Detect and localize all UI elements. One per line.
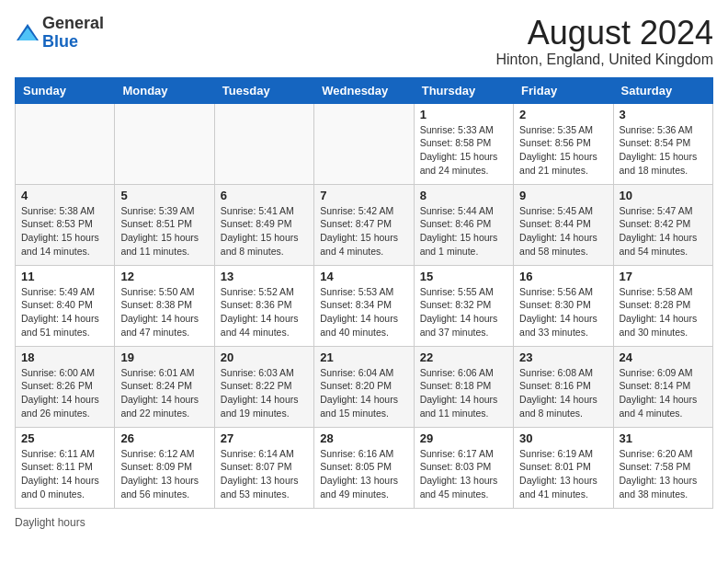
day-info: Sunrise: 6:19 AMSunset: 8:01 PMDaylight:…	[519, 447, 607, 501]
day-number: 8	[420, 189, 507, 202]
day-info: Sunrise: 5:47 AMSunset: 8:42 PMDaylight:…	[620, 204, 707, 259]
day-info: Sunrise: 5:56 AMSunset: 8:30 PMDaylight:…	[519, 285, 607, 339]
calendar-cell	[115, 103, 214, 184]
day-info: Sunrise: 5:55 AMSunset: 8:32 PMDaylight:…	[420, 285, 507, 339]
day-info: Sunrise: 6:17 AMSunset: 8:03 PMDaylight:…	[420, 447, 507, 501]
day-info: Sunrise: 5:38 AMSunset: 8:53 PMDaylight:…	[21, 204, 108, 259]
calendar-cell: 30Sunrise: 6:19 AMSunset: 8:01 PMDayligh…	[514, 427, 613, 508]
header-friday: Friday	[514, 77, 613, 103]
calendar-cell: 14Sunrise: 5:53 AMSunset: 8:34 PMDayligh…	[314, 265, 414, 346]
day-info: Sunrise: 6:00 AMSunset: 8:26 PMDaylight:…	[21, 366, 108, 420]
calendar-cell: 6Sunrise: 5:41 AMSunset: 8:49 PMDaylight…	[214, 184, 313, 265]
calendar-cell	[16, 103, 115, 184]
day-number: 30	[519, 431, 607, 445]
calendar-cell: 28Sunrise: 6:16 AMSunset: 8:05 PMDayligh…	[314, 427, 414, 508]
day-number: 13	[221, 270, 308, 283]
calendar-cell: 4Sunrise: 5:38 AMSunset: 8:53 PMDaylight…	[16, 184, 115, 265]
day-number: 31	[620, 431, 707, 445]
footer: Daylight hours	[15, 516, 713, 529]
day-number: 25	[21, 431, 108, 445]
day-info: Sunrise: 5:41 AMSunset: 8:49 PMDaylight:…	[221, 204, 308, 259]
calendar-cell: 24Sunrise: 6:09 AMSunset: 8:14 PMDayligh…	[613, 346, 712, 427]
calendar-cell: 15Sunrise: 5:55 AMSunset: 8:32 PMDayligh…	[414, 265, 513, 346]
day-number: 19	[120, 350, 208, 364]
day-number: 22	[420, 350, 507, 364]
calendar-cell: 7Sunrise: 5:42 AMSunset: 8:47 PMDaylight…	[314, 184, 414, 265]
day-number: 4	[21, 189, 108, 202]
day-info: Sunrise: 5:58 AMSunset: 8:28 PMDaylight:…	[620, 285, 707, 339]
day-info: Sunrise: 5:35 AMSunset: 8:56 PMDaylight:…	[519, 123, 607, 178]
day-info: Sunrise: 6:08 AMSunset: 8:16 PMDaylight:…	[519, 366, 607, 420]
calendar-cell: 26Sunrise: 6:12 AMSunset: 8:09 PMDayligh…	[115, 427, 214, 508]
day-info: Sunrise: 6:16 AMSunset: 8:05 PMDaylight:…	[320, 447, 407, 501]
main-title: August 2024	[495, 15, 713, 52]
day-number: 21	[320, 350, 407, 364]
calendar-cell: 8Sunrise: 5:44 AMSunset: 8:46 PMDaylight…	[414, 184, 513, 265]
day-number: 5	[120, 189, 208, 202]
calendar-cell: 1Sunrise: 5:33 AMSunset: 8:58 PMDaylight…	[414, 103, 513, 184]
calendar-week-row: 1Sunrise: 5:33 AMSunset: 8:58 PMDaylight…	[16, 103, 713, 184]
day-info: Sunrise: 5:50 AMSunset: 8:38 PMDaylight:…	[120, 285, 208, 339]
calendar-cell: 18Sunrise: 6:00 AMSunset: 8:26 PMDayligh…	[16, 346, 115, 427]
calendar-cell: 27Sunrise: 6:14 AMSunset: 8:07 PMDayligh…	[214, 427, 313, 508]
day-number: 14	[320, 270, 407, 283]
day-number: 12	[120, 270, 208, 283]
logo-icon	[15, 20, 40, 46]
calendar-cell: 17Sunrise: 5:58 AMSunset: 8:28 PMDayligh…	[613, 265, 712, 346]
day-number: 29	[420, 431, 507, 445]
day-number: 17	[620, 270, 707, 283]
calendar-cell: 13Sunrise: 5:52 AMSunset: 8:36 PMDayligh…	[214, 265, 313, 346]
day-info: Sunrise: 6:14 AMSunset: 8:07 PMDaylight:…	[221, 447, 308, 501]
day-number: 23	[519, 350, 607, 364]
calendar-cell: 31Sunrise: 6:20 AMSunset: 7:58 PMDayligh…	[613, 427, 712, 508]
day-info: Sunrise: 6:04 AMSunset: 8:20 PMDaylight:…	[320, 366, 407, 420]
logo: General Blue	[15, 15, 104, 52]
calendar-cell: 2Sunrise: 5:35 AMSunset: 8:56 PMDaylight…	[514, 103, 613, 184]
day-info: Sunrise: 5:42 AMSunset: 8:47 PMDaylight:…	[320, 204, 407, 259]
header-saturday: Saturday	[613, 77, 712, 103]
day-number: 15	[420, 270, 507, 283]
calendar-cell: 16Sunrise: 5:56 AMSunset: 8:30 PMDayligh…	[514, 265, 613, 346]
header-tuesday: Tuesday	[214, 77, 313, 103]
day-info: Sunrise: 5:53 AMSunset: 8:34 PMDaylight:…	[320, 285, 407, 339]
day-number: 27	[221, 431, 308, 445]
calendar-table: SundayMondayTuesdayWednesdayThursdayFrid…	[15, 77, 713, 509]
day-info: Sunrise: 5:52 AMSunset: 8:36 PMDaylight:…	[221, 285, 308, 339]
calendar-cell: 19Sunrise: 6:01 AMSunset: 8:24 PMDayligh…	[115, 346, 214, 427]
day-number: 11	[21, 270, 108, 283]
day-info: Sunrise: 6:11 AMSunset: 8:11 PMDaylight:…	[21, 447, 108, 501]
day-number: 6	[221, 189, 308, 202]
header-wednesday: Wednesday	[314, 77, 414, 103]
day-number: 28	[320, 431, 407, 445]
calendar-cell: 3Sunrise: 5:36 AMSunset: 8:54 PMDaylight…	[613, 103, 712, 184]
calendar-cell: 12Sunrise: 5:50 AMSunset: 8:38 PMDayligh…	[115, 265, 214, 346]
day-info: Sunrise: 6:01 AMSunset: 8:24 PMDaylight:…	[120, 366, 208, 420]
day-number: 26	[120, 431, 208, 445]
day-number: 20	[221, 350, 308, 364]
day-number: 16	[519, 270, 607, 283]
day-number: 3	[620, 108, 707, 121]
day-number: 18	[21, 350, 108, 364]
title-area: August 2024 Hinton, England, United King…	[495, 15, 713, 68]
calendar-cell: 29Sunrise: 6:17 AMSunset: 8:03 PMDayligh…	[414, 427, 513, 508]
day-info: Sunrise: 6:12 AMSunset: 8:09 PMDaylight:…	[120, 447, 208, 501]
day-number: 2	[519, 108, 607, 121]
calendar-week-row: 18Sunrise: 6:00 AMSunset: 8:26 PMDayligh…	[16, 346, 713, 427]
calendar-cell: 21Sunrise: 6:04 AMSunset: 8:20 PMDayligh…	[314, 346, 414, 427]
header-sunday: Sunday	[16, 77, 115, 103]
calendar-cell: 10Sunrise: 5:47 AMSunset: 8:42 PMDayligh…	[613, 184, 712, 265]
calendar-cell: 9Sunrise: 5:45 AMSunset: 8:44 PMDaylight…	[514, 184, 613, 265]
header-monday: Monday	[115, 77, 214, 103]
day-number: 9	[519, 189, 607, 202]
day-info: Sunrise: 6:03 AMSunset: 8:22 PMDaylight:…	[221, 366, 308, 420]
day-info: Sunrise: 5:33 AMSunset: 8:58 PMDaylight:…	[420, 123, 507, 178]
day-info: Sunrise: 5:45 AMSunset: 8:44 PMDaylight:…	[519, 204, 607, 259]
calendar-cell: 11Sunrise: 5:49 AMSunset: 8:40 PMDayligh…	[16, 265, 115, 346]
day-info: Sunrise: 6:09 AMSunset: 8:14 PMDaylight:…	[620, 366, 707, 420]
day-info: Sunrise: 5:44 AMSunset: 8:46 PMDaylight:…	[420, 204, 507, 259]
day-number: 7	[320, 189, 407, 202]
calendar-week-row: 4Sunrise: 5:38 AMSunset: 8:53 PMDaylight…	[16, 184, 713, 265]
header-thursday: Thursday	[414, 77, 513, 103]
day-info: Sunrise: 6:06 AMSunset: 8:18 PMDaylight:…	[420, 366, 507, 420]
day-info: Sunrise: 5:39 AMSunset: 8:51 PMDaylight:…	[120, 204, 208, 259]
